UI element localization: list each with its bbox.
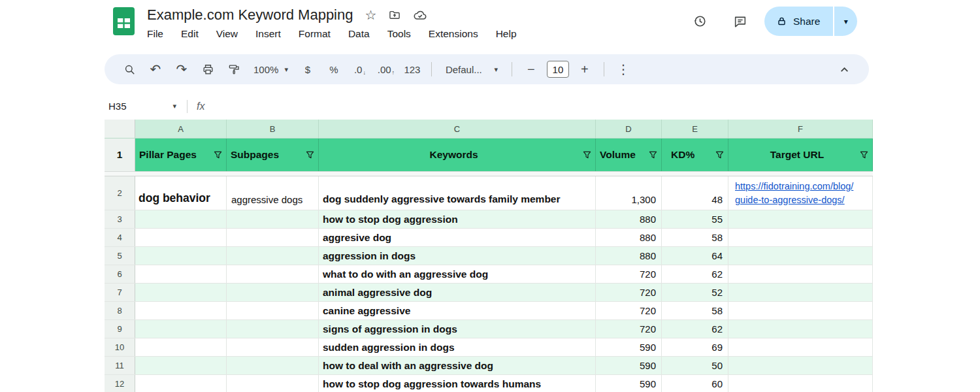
header-cell-keywords[interactable]: Keywords bbox=[319, 139, 596, 171]
menu-tools[interactable]: Tools bbox=[387, 28, 411, 40]
search-icon[interactable] bbox=[116, 58, 142, 80]
cell-keyword[interactable]: aggresive dog bbox=[319, 229, 596, 246]
cell-volume[interactable]: 720 bbox=[596, 284, 662, 301]
column-header-e[interactable]: E bbox=[662, 120, 728, 138]
filter-icon[interactable] bbox=[214, 151, 222, 159]
cell-target-url[interactable] bbox=[728, 302, 873, 319]
filter-icon[interactable] bbox=[715, 151, 724, 159]
cell-target-url[interactable] bbox=[728, 357, 873, 374]
hide-menus-button[interactable] bbox=[831, 58, 857, 80]
cell-pillar-page[interactable]: dog behavior bbox=[135, 176, 227, 210]
filter-icon[interactable] bbox=[860, 151, 868, 159]
column-header-c[interactable]: C bbox=[319, 120, 596, 138]
cell-kd[interactable]: 62 bbox=[662, 265, 728, 283]
cell-subpage[interactable] bbox=[227, 229, 319, 246]
row-number[interactable]: 9 bbox=[105, 320, 135, 338]
cell-target-url[interactable] bbox=[728, 229, 873, 246]
row-number[interactable]: 10 bbox=[105, 338, 135, 356]
format-percent-button[interactable]: % bbox=[321, 58, 347, 80]
cell-pillar-page[interactable] bbox=[135, 284, 227, 301]
header-cell-kd[interactable]: KD% bbox=[662, 139, 728, 171]
cell-volume[interactable]: 880 bbox=[596, 247, 662, 265]
cell-target-url[interactable] bbox=[728, 210, 873, 228]
column-header-b[interactable]: B bbox=[227, 120, 319, 138]
cell-keyword[interactable]: what to do with an aggressive dog bbox=[319, 265, 596, 283]
cell-pillar-page[interactable] bbox=[135, 302, 227, 319]
cell-target-url[interactable] bbox=[728, 265, 873, 283]
menu-view[interactable]: View bbox=[216, 28, 238, 40]
cell-kd[interactable]: 62 bbox=[662, 320, 728, 338]
cell-pillar-page[interactable] bbox=[135, 338, 227, 356]
cell-keyword[interactable]: dog suddenly aggressive towards family m… bbox=[319, 176, 596, 210]
document-title[interactable]: Example.com Keyword Mapping bbox=[147, 7, 353, 24]
increase-decimals-button[interactable]: .00 ↑ bbox=[373, 58, 399, 80]
paint-format-button[interactable] bbox=[221, 58, 247, 80]
row-number[interactable]: 4 bbox=[105, 229, 135, 246]
cell-subpage[interactable] bbox=[227, 320, 319, 338]
sheets-logo[interactable] bbox=[113, 7, 135, 35]
cell-volume[interactable]: 720 bbox=[596, 320, 662, 338]
cell-target-url[interactable] bbox=[728, 247, 873, 265]
menu-edit[interactable]: Edit bbox=[181, 28, 199, 40]
cell-kd[interactable]: 52 bbox=[662, 284, 728, 301]
cell-subpage[interactable] bbox=[227, 210, 319, 228]
comments-icon[interactable] bbox=[727, 8, 754, 35]
more-options-icon[interactable]: ⋮ bbox=[610, 58, 636, 80]
row-number[interactable]: 11 bbox=[105, 357, 135, 374]
row-number[interactable]: 1 bbox=[105, 139, 135, 171]
cell-volume[interactable]: 720 bbox=[596, 302, 662, 319]
font-select[interactable]: Defaul... ▾ bbox=[439, 58, 504, 80]
menu-extensions[interactable]: Extensions bbox=[429, 28, 478, 40]
cell-subpage[interactable] bbox=[227, 375, 319, 392]
cell-subpage[interactable] bbox=[227, 338, 319, 356]
row-number[interactable]: 5 bbox=[105, 247, 135, 265]
cell-pillar-page[interactable] bbox=[135, 210, 227, 228]
cell-kd[interactable]: 55 bbox=[662, 210, 728, 228]
header-cell-volume[interactable]: Volume bbox=[596, 139, 662, 171]
row-number[interactable]: 2 bbox=[105, 176, 135, 210]
menu-help[interactable]: Help bbox=[496, 28, 517, 40]
row-number[interactable]: 8 bbox=[105, 302, 135, 319]
row-number[interactable]: 3 bbox=[105, 210, 135, 228]
cell-pillar-page[interactable] bbox=[135, 320, 227, 338]
cell-volume[interactable]: 880 bbox=[596, 210, 662, 228]
zoom-select[interactable]: 100% ▾ bbox=[247, 58, 295, 80]
column-header-d[interactable]: D bbox=[596, 120, 662, 138]
cell-volume[interactable]: 590 bbox=[596, 338, 662, 356]
undo-button[interactable]: ↶ bbox=[142, 58, 169, 80]
header-cell-pillar-pages[interactable]: Pillar Pages bbox=[135, 139, 227, 171]
cell-target-url[interactable]: https://fidotraining.com/blog/ guide-to-… bbox=[728, 176, 873, 210]
cell-subpage[interactable] bbox=[227, 302, 319, 319]
column-header-f[interactable]: F bbox=[728, 120, 873, 138]
cell-pillar-page[interactable] bbox=[135, 265, 227, 283]
row-number[interactable]: 7 bbox=[105, 284, 135, 301]
share-button[interactable]: Share bbox=[764, 7, 833, 36]
decrease-decimals-button[interactable]: .0 ↓ bbox=[347, 58, 373, 80]
more-formats-button[interactable]: 123 bbox=[399, 58, 425, 80]
cell-pillar-page[interactable] bbox=[135, 229, 227, 246]
cell-kd[interactable]: 60 bbox=[662, 375, 728, 392]
cell-subpage[interactable] bbox=[227, 247, 319, 265]
cell-kd[interactable]: 48 bbox=[662, 176, 728, 210]
cell-volume[interactable]: 1,300 bbox=[596, 176, 662, 210]
cell-pillar-page[interactable] bbox=[135, 375, 227, 392]
print-button[interactable] bbox=[195, 58, 221, 80]
select-all-corner[interactable] bbox=[105, 120, 135, 138]
cell-keyword[interactable]: animal aggressive dog bbox=[319, 284, 596, 301]
decrease-font-size-button[interactable]: − bbox=[518, 58, 544, 80]
version-history-icon[interactable] bbox=[686, 8, 713, 35]
cell-target-url[interactable] bbox=[728, 284, 873, 301]
column-header-a[interactable]: A bbox=[135, 120, 227, 138]
cell-volume[interactable]: 590 bbox=[596, 375, 662, 392]
target-url-link[interactable]: https://fidotraining.com/blog/ bbox=[735, 180, 853, 193]
format-currency-button[interactable]: $ bbox=[295, 58, 321, 80]
cell-kd[interactable]: 64 bbox=[662, 247, 728, 265]
menu-format[interactable]: Format bbox=[299, 28, 331, 40]
row-number[interactable]: 12 bbox=[105, 375, 135, 392]
cell-keyword[interactable]: how to deal with an aggressive dog bbox=[319, 357, 596, 374]
cell-keyword[interactable]: aggression in dogs bbox=[319, 247, 596, 265]
cell-kd[interactable]: 58 bbox=[662, 229, 728, 246]
font-size-input[interactable]: 10 bbox=[547, 61, 569, 78]
star-icon[interactable]: ☆ bbox=[365, 8, 376, 22]
share-dropdown-button[interactable]: ▾ bbox=[834, 7, 857, 36]
